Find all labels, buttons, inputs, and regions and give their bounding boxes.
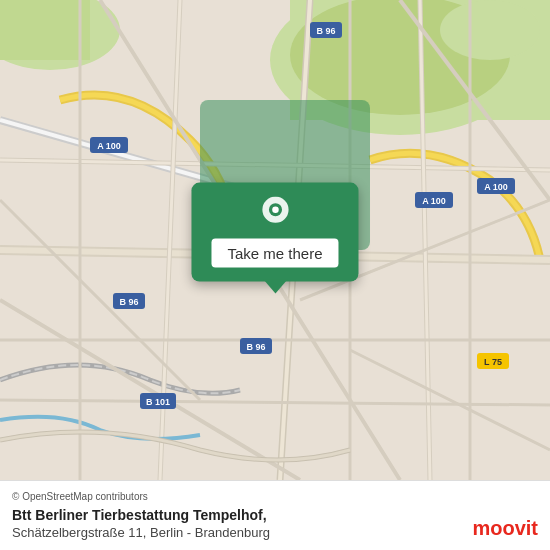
map-popup: Take me there — [191, 183, 358, 282]
map-container[interactable]: B 96 A 100 B A 100 A 100 B 96 B 96 L 75 … — [0, 0, 550, 480]
svg-text:B 96: B 96 — [316, 26, 335, 36]
attribution: © OpenStreetMap contributors — [12, 491, 538, 502]
place-address: Schätzelbergstraße 11, Berlin - Brandenb… — [12, 525, 538, 540]
moovit-logo: moovit — [472, 517, 538, 540]
svg-text:B 96: B 96 — [246, 342, 265, 352]
svg-text:B 101: B 101 — [146, 397, 170, 407]
svg-text:L 75: L 75 — [484, 357, 502, 367]
attribution-text: © OpenStreetMap contributors — [12, 491, 148, 502]
svg-text:A 100: A 100 — [422, 196, 446, 206]
svg-point-51 — [272, 206, 279, 213]
bottom-bar: © OpenStreetMap contributors Btt Berline… — [0, 480, 550, 550]
svg-point-6 — [440, 0, 540, 60]
take-me-there-button[interactable]: Take me there — [211, 239, 338, 268]
popup-card: Take me there — [191, 183, 358, 282]
svg-text:A 100: A 100 — [484, 182, 508, 192]
svg-text:B 96: B 96 — [119, 297, 138, 307]
svg-text:A 100: A 100 — [97, 141, 121, 151]
location-pin-icon — [257, 197, 293, 233]
svg-rect-5 — [0, 0, 90, 60]
moovit-brand-text: moovit — [472, 517, 538, 540]
place-info: Btt Berliner Tierbestattung Tempelhof, S… — [12, 506, 538, 539]
place-name: Btt Berliner Tierbestattung Tempelhof, — [12, 506, 538, 524]
